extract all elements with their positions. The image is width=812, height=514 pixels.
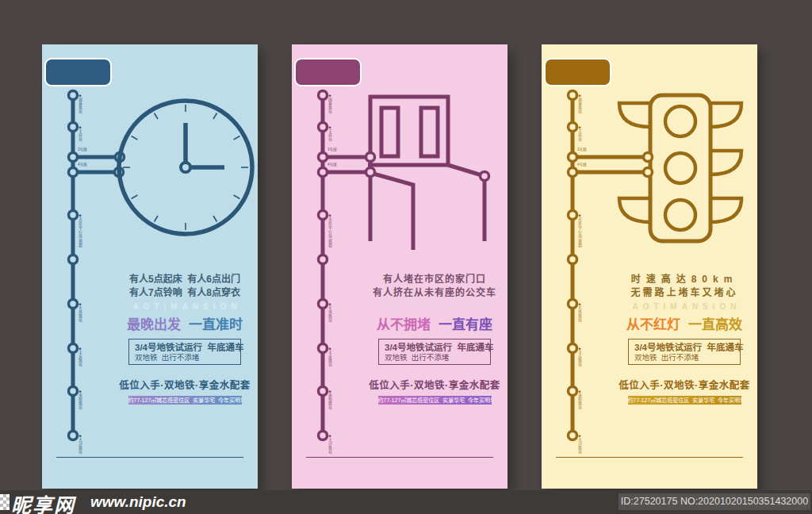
metro-info-line1: 3/4号地铁试运行 年底通车 [135,342,240,353]
metro-line3-label: 3号线 [78,148,87,152]
image-id-label: ID:27520175 NO:20201020150351432000 [619,493,810,510]
brand-english-name: AOTIMANSION [615,302,754,311]
promo-bar: 约77-127㎡城芯低密住区 实景华宅 今年买明年住 [128,396,242,405]
poster-subway-traffic-light: ◆国基路站 ◆王府站 3号线 4号线 ◆市民中心站(规划) ◆东风路站 ◆丰庆路… [542,44,757,489]
poster-headline: 最晚出发一直准时 [115,313,255,333]
poster-copy-block: 有人堵在市区的家门口 有人挤在从未有座的公交车 AOTIMANSION 从不拥堵… [365,273,504,405]
station-label: ◆国基路站 [78,94,82,113]
station-label: ◆市民中心站(规划) [577,213,581,248]
metro-line4-label: 4号线 [327,163,337,167]
copy-line: 有人5点起床 有人6点出门 [115,273,255,286]
poster-headline: 从不红灯一直高效 [615,313,754,333]
metro-line-graphic [319,91,371,440]
metro-line3-label: 3号线 [577,148,587,152]
poster-subway-clock: ◆国基路站 ◆王府站 3号线 4号线 ◆市民中心站(规划) ◆东风路站 ◆丰庆路… [42,44,258,489]
station-label: ◆丰庆路站 [78,347,82,366]
station-label: ◆王府站 [78,125,82,141]
footer-divider [56,457,243,458]
metro-info-line2: 双地铁 出行不添堵 [634,353,740,362]
copy-line: 有人挤在从未有座的公交车 [365,286,504,300]
watermark-site-name: 昵享网 [11,489,75,514]
clock-icon [119,101,252,234]
copy-line: 时速高达80km [615,273,754,286]
station-label: ◆王府站 [577,125,581,141]
station-label: ◆王府站 [327,125,331,141]
station-label: ◆市民中心站(规划) [327,213,331,248]
station-label: ◆南阳路站 [327,389,331,409]
headline-part-b: 一直高效 [688,317,742,332]
station-label: ◆大河路站 [327,434,331,454]
station-label: ◆南阳路站 [577,389,581,409]
copy-line: 无需路上堵车又堵心 [615,286,754,300]
headline-part-b: 一直有座 [439,317,492,332]
promo-bar: 约77-127㎡城芯低密住区 实景华宅 今年买明年住 [378,396,492,405]
footer-divider [306,457,493,458]
poster-subway-chair: ◆国基路站 ◆王府站 3号线 4号线 ◆市民中心站(规划) ◆东风路站 ◆丰庆路… [292,44,508,489]
metro-info-line1: 3/4号地铁试运行 年底通车 [634,342,740,353]
station-label: ◆大河路站 [78,434,82,454]
poster-headline: 从不拥堵一直有座 [365,313,504,333]
poster-copy-block: 有人5点起床 有人6点出门 有人7点铃响 有人8点穿衣 AOTIMANSION … [115,273,255,405]
station-label: ◆国基路站 [327,94,331,113]
headline-part-a: 从不拥堵 [377,317,431,332]
metro-info-line2: 双地铁 出行不添堵 [135,353,240,362]
traffic-light-icon [619,95,741,241]
promo-bar: 约77-127㎡城芯低密住区 实景华宅 今年买明年住 [628,396,741,405]
value-proposition-line: 低位入手·双地铁·享金水配套 [115,377,255,392]
metro-info-box: 3/4号地铁试运行 年底通车 双地铁 出行不添堵 [628,339,741,365]
transparency-checker [0,494,10,510]
copy-line: 有人7点铃响 有人8点穿衣 [115,286,255,300]
value-proposition-line: 低位入手·双地铁·享金水配套 [365,377,504,392]
station-label: ◆市民中心站(规划) [78,213,82,248]
metro-line4-label: 4号线 [577,163,587,167]
headline-part-a: 从不红灯 [626,317,680,332]
metro-info-box: 3/4号地铁试运行 年底通车 双地铁 出行不添堵 [128,339,241,365]
brand-english-name: AOTIMANSION [115,302,255,311]
brand-english-name: AOTIMANSION [365,302,504,311]
metro-info-line1: 3/4号地铁试运行 年底通车 [385,342,490,353]
station-label: ◆东风路站 [78,302,82,322]
watermark-site-url: www.nipic.cn [90,493,186,511]
headline-part-b: 一直准时 [189,317,243,332]
station-label: ◆国基路站 [577,94,581,113]
station-label: ◆东风路站 [577,302,581,322]
metro-line3-label: 3号线 [327,148,337,152]
watermark-bar: 昵享网 www.nipic.cn ID:27520175 NO:20201020… [0,490,812,514]
clock-illustration [42,44,258,489]
chair-illustration [292,44,508,489]
metro-info-box: 3/4号地铁试运行 年底通车 双地铁 出行不添堵 [378,339,491,365]
station-label: ◆丰庆路站 [327,347,331,366]
headline-part-a: 最晚出发 [127,317,181,332]
chair-icon [366,97,489,250]
traffic-light-illustration [542,44,757,489]
copy-line: 有人堵在市区的家门口 [365,273,504,286]
station-label: ◆丰庆路站 [577,347,581,366]
station-label: ◆大河路站 [577,434,581,454]
value-proposition-line: 低位入手·双地铁·享金水配套 [615,377,754,392]
station-label: ◆南阳路站 [78,389,82,409]
station-label: ◆东风路站 [327,302,331,322]
footer-divider [556,457,743,458]
poster-copy-block: 时速高达80km 无需路上堵车又堵心 AOTIMANSION 从不红灯一直高效 … [615,273,754,405]
metro-info-line2: 双地铁 出行不添堵 [385,353,490,362]
metro-line4-label: 4号线 [78,163,87,167]
